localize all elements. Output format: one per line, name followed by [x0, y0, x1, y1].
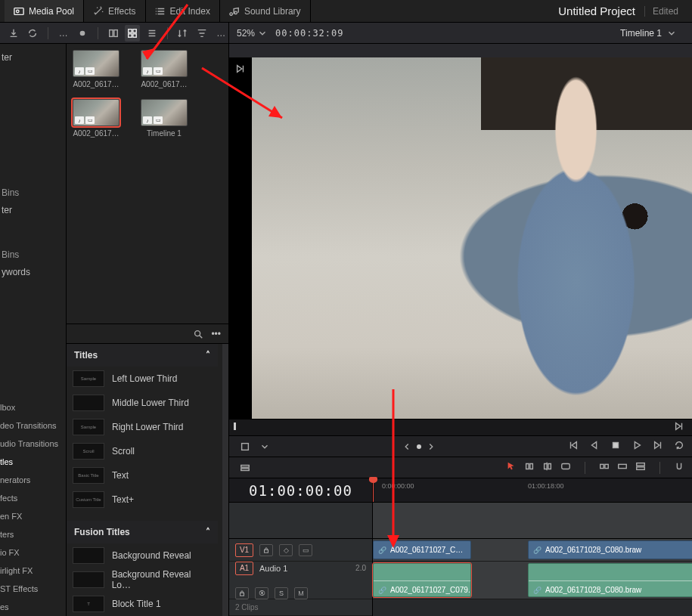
view-metadata-icon[interactable]	[106, 25, 121, 42]
effects-category[interactable]: ters	[0, 525, 66, 543]
tab-edit-index[interactable]: Edit Index	[146, 0, 220, 22]
viewer-top-bar	[229, 44, 692, 57]
svg-rect-12	[241, 465, 250, 467]
search-icon[interactable]	[193, 329, 203, 339]
program-viewer[interactable]	[229, 57, 692, 419]
effects-group-head[interactable]: Fusion Titles˄	[67, 521, 218, 543]
media-clip[interactable]: ♪▭ A002_0617…	[73, 99, 119, 138]
overwrite-icon[interactable]	[617, 461, 628, 474]
svg-rect-7	[129, 33, 132, 36]
audio-clip[interactable]: 🔗A002_06171027_C079.b…	[373, 563, 471, 597]
step-back-icon[interactable]	[589, 440, 600, 453]
sync-icon[interactable]	[26, 25, 41, 42]
ellipsis-icon[interactable]: …	[56, 25, 71, 42]
effects-item[interactable]: ScrollScroll	[67, 439, 218, 463]
solo-button[interactable]: S	[275, 587, 288, 599]
timeline-ruler[interactable]: 01:00:00:00 0:00:00:00 01:00:18:00	[229, 478, 692, 502]
lock-icon[interactable]	[235, 587, 249, 599]
effects-category[interactable]: fects	[0, 489, 66, 507]
tab-effects[interactable]: Effects	[84, 0, 145, 22]
sort-icon[interactable]	[175, 25, 190, 42]
toggle-icon[interactable]: ▭	[299, 544, 312, 556]
chevron-down-icon[interactable]	[259, 441, 270, 452]
link-tool-icon[interactable]	[560, 461, 571, 474]
effects-category[interactable]: nerators	[0, 471, 66, 489]
tab-media-pool[interactable]: Media Pool	[5, 0, 84, 22]
filter-icon[interactable]	[194, 25, 209, 42]
effects-item[interactable]: Middle Lower Third	[67, 391, 218, 415]
skip-end-icon[interactable]	[653, 440, 663, 453]
next-edit-icon[interactable]	[674, 421, 687, 435]
viewer-zoom[interactable]: 52%	[237, 28, 268, 39]
replace-icon[interactable]	[635, 461, 646, 474]
effects-item[interactable]: Background Reveal Lo…	[67, 568, 218, 592]
effects-item[interactable]: SampleRight Lower Third	[67, 415, 218, 439]
effects-category[interactable]: lbox	[0, 398, 66, 416]
video-clip[interactable]: 🔗A002_06171028_C080.braw	[528, 540, 692, 559]
effect-swatch: Sample	[73, 370, 104, 387]
media-clip[interactable]: ♪▭ A002_0617…	[73, 50, 119, 88]
next-edit-icon[interactable]	[235, 63, 250, 77]
ellipsis-icon[interactable]: …	[213, 25, 228, 42]
effects-item[interactable]: Custom TitleText+	[67, 488, 218, 512]
track-tag[interactable]: V1	[235, 543, 253, 557]
record-icon[interactable]	[75, 25, 90, 42]
video-clip[interactable]: 🔗A002_06171027_C…	[373, 540, 471, 559]
effects-item[interactable]: TBlock Title 1	[67, 592, 218, 616]
pager-dots[interactable]	[402, 441, 436, 452]
list-icon	[155, 6, 166, 17]
viewer-scrubber[interactable]	[229, 419, 692, 435]
effects-group-head[interactable]: Titles˄	[67, 344, 218, 367]
effects-category[interactable]: tles	[0, 453, 66, 471]
lock-icon[interactable]	[259, 544, 273, 556]
trim-tool-icon[interactable]	[524, 461, 535, 474]
wand-icon	[93, 6, 104, 17]
effects-item[interactable]: Basic TitleText	[67, 463, 218, 488]
playhead[interactable]	[373, 478, 374, 502]
timeline-selector[interactable]: Timeline 1	[620, 28, 677, 39]
ruler-ticks[interactable]: 0:00:00:00 01:00:18:00	[373, 478, 692, 502]
blade-tool-icon[interactable]	[542, 461, 553, 474]
play-icon[interactable]	[631, 440, 642, 453]
audio-track-header[interactable]: A1 Audio 1 2.0 ⦿ S M	[229, 562, 372, 599]
timeline-view-icon[interactable]	[237, 460, 253, 476]
audio-clip[interactable]: 🔗A002_06171028_C080.braw	[528, 563, 692, 597]
effects-item[interactable]: Background Reveal	[67, 543, 218, 568]
skip-start-icon[interactable]	[568, 440, 579, 453]
arrow-tool-icon[interactable]	[506, 461, 517, 474]
video-lane[interactable]: 🔗A002_06171027_C…🔗A002_06171028_C080.bra…	[373, 539, 692, 562]
video-track-header[interactable]: V1 ◇ ▭	[229, 539, 372, 562]
effects-item[interactable]: SampleLeft Lower Third	[67, 367, 218, 391]
media-clip[interactable]: ♪▭ A002_0617…	[141, 50, 188, 88]
tab-sound-library[interactable]: Sound Library	[220, 0, 311, 22]
timeline-toolbar	[229, 457, 692, 478]
stop-icon[interactable]	[610, 440, 621, 453]
view-list-icon[interactable]	[144, 25, 160, 42]
workspace-tabs: Media Pool Effects Edit Index Sound Libr…	[0, 0, 692, 23]
crop-icon[interactable]	[237, 438, 253, 455]
effects-category[interactable]: irlight FX	[0, 562, 66, 580]
view-thumb-icon[interactable]	[125, 25, 140, 42]
effects-category[interactable]: es	[0, 598, 66, 616]
mute-icon[interactable]: ⦿	[255, 587, 268, 599]
insert-icon[interactable]	[599, 461, 610, 474]
media-clip[interactable]: ♪▭ Timeline 1	[141, 99, 188, 138]
loop-icon[interactable]	[674, 440, 684, 453]
effects-category[interactable]: udio Transitions	[0, 435, 66, 453]
svg-rect-13	[241, 468, 250, 470]
bin-item[interactable]: ywords	[0, 263, 63, 281]
import-icon[interactable]	[6, 25, 21, 42]
effects-category[interactable]: ST Effects	[0, 580, 66, 598]
effects-category[interactable]: deo Transitions	[0, 416, 66, 435]
mute-button[interactable]: M	[294, 587, 308, 599]
bin-item[interactable]: ter	[0, 201, 63, 219]
effects-category[interactable]: en FX	[0, 507, 66, 525]
snap-icon[interactable]	[674, 461, 684, 474]
track-lanes[interactable]: 🔗A002_06171027_C…🔗A002_06171028_C080.bra…	[373, 539, 692, 616]
track-tag[interactable]: A1	[235, 562, 253, 575]
more-icon[interactable]: •••	[211, 329, 221, 339]
toggle-icon[interactable]: ◇	[279, 544, 293, 556]
audio-lane[interactable]: 🔗A002_06171027_C079.b…🔗A002_06171028_C08…	[373, 562, 692, 599]
effects-category[interactable]: io FX	[0, 543, 66, 562]
bin-item[interactable]: ter	[0, 48, 63, 67]
